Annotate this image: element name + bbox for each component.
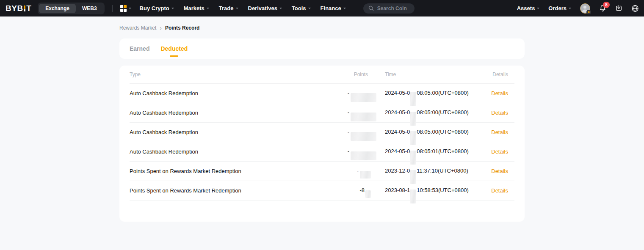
redacted-date-value	[410, 92, 416, 106]
row-points: -	[326, 128, 376, 137]
details-link[interactable]: Details	[491, 90, 508, 96]
table-row: Auto Cashback Redemption - 2024-05-008:0…	[130, 84, 514, 103]
coin-search[interactable]	[363, 3, 415, 14]
download-app-button[interactable]	[615, 5, 622, 12]
redacted-date-value	[410, 151, 416, 165]
nav-right-group: Assets Orders ◆ 8	[517, 3, 639, 14]
redacted-date-value	[410, 112, 416, 126]
row-type: Points Spent on Rewards Market Redemptio…	[130, 187, 326, 194]
chevron-down-icon	[207, 8, 209, 9]
redacted-date-value	[410, 131, 416, 145]
chevron-down-icon	[537, 8, 539, 9]
chevron-down-icon	[279, 8, 282, 9]
web3-toggle-button[interactable]: WEB3	[76, 4, 103, 13]
search-icon	[368, 5, 374, 11]
table-body: Auto Cashback Redemption - 2024-05-008:0…	[130, 84, 514, 201]
tab-earned[interactable]: Earned	[130, 45, 149, 52]
details-link[interactable]: Details	[491, 148, 508, 155]
nav-item-buy-crypto[interactable]: Buy Crypto	[140, 5, 174, 11]
table-row: Points Spent on Rewards Market Redemptio…	[130, 181, 514, 201]
row-details-cell: Details	[476, 148, 514, 155]
chevron-down-icon	[129, 8, 131, 9]
row-details-cell: Details	[476, 110, 514, 116]
top-navbar: BYBT Exchange WEB3 Buy Crypto Markets Tr…	[0, 0, 644, 16]
tab-deducted[interactable]: Deducted	[160, 45, 188, 52]
details-link[interactable]: Details	[491, 129, 508, 135]
nav-item-trade[interactable]: Trade	[219, 5, 238, 11]
nav-item-derivatives[interactable]: Derivatives	[248, 5, 282, 11]
row-time: 2024-05-008:05:01(UTC+0800)	[376, 145, 476, 159]
header-type: Type	[130, 71, 326, 77]
breadcrumb-rewards-market[interactable]: Rewards Market	[119, 25, 156, 31]
redacted-points-value	[351, 151, 376, 160]
details-link[interactable]: Details	[491, 187, 508, 194]
header-details: Details	[476, 71, 514, 77]
row-details-cell: Details	[476, 187, 514, 194]
table-row: Auto Cashback Redemption - 2024-05-008:0…	[130, 142, 514, 162]
logo-text-left: BYB	[6, 5, 23, 11]
row-time: 2023-12-011:37:10(UTC+0800)	[376, 164, 476, 178]
redacted-date-value	[410, 170, 416, 184]
nav-item-finance[interactable]: Finance	[321, 5, 346, 11]
table-row: Auto Cashback Redemption - 2024-05-008:0…	[130, 103, 514, 123]
row-details-cell: Details	[476, 90, 514, 96]
record-tabs: Earned Deducted	[119, 38, 525, 59]
points-record-table: Type Points Time Details Auto Cashback R…	[119, 66, 525, 222]
search-input[interactable]	[376, 5, 409, 12]
download-icon	[615, 5, 622, 12]
row-type: Auto Cashback Redemption	[130, 148, 326, 155]
redacted-date-value	[410, 190, 416, 203]
chevron-down-icon	[343, 8, 346, 9]
exchange-toggle-button[interactable]: Exchange	[39, 4, 76, 13]
row-points: -	[326, 108, 376, 117]
redacted-points-value	[351, 113, 376, 121]
redacted-points-value	[351, 132, 376, 141]
row-time: 2024-05-008:05:00(UTC+0800)	[376, 106, 476, 120]
redacted-points-value	[360, 171, 371, 179]
nav-item-tools[interactable]: Tools	[292, 5, 311, 11]
row-details-cell: Details	[476, 129, 514, 135]
chevron-down-icon	[236, 8, 238, 9]
row-type: Auto Cashback Redemption	[130, 110, 326, 116]
apps-grid-menu[interactable]	[120, 5, 131, 11]
grid-icon	[120, 5, 127, 11]
details-link[interactable]: Details	[491, 110, 508, 116]
logo-text-right: T	[26, 5, 31, 11]
row-points: -	[326, 168, 376, 175]
bybit-logo[interactable]: BYBT	[6, 5, 31, 11]
notification-count-badge: 8	[603, 2, 610, 8]
row-time: 2024-05-008:05:00(UTC+0800)	[376, 125, 476, 139]
logo-i-mark	[24, 5, 26, 11]
table-header: Type Points Time Details	[130, 66, 514, 84]
nav-item-markets[interactable]: Markets	[184, 5, 209, 11]
redacted-points-value	[351, 93, 376, 102]
row-type: Points Spent on Rewards Market Redemptio…	[130, 168, 326, 174]
table-row: Auto Cashback Redemption - 2024-05-008:0…	[130, 123, 514, 142]
row-type: Auto Cashback Redemption	[130, 90, 326, 96]
user-avatar[interactable]: ◆	[580, 3, 590, 14]
language-selector-button[interactable]	[631, 5, 639, 12]
exchange-web3-toggle: Exchange WEB3	[38, 3, 104, 14]
table-row: Points Spent on Rewards Market Redemptio…	[130, 162, 514, 181]
main-menu: Buy Crypto Markets Trade Derivatives Too…	[140, 5, 356, 11]
nav-divider	[112, 5, 113, 12]
chevron-down-icon	[308, 8, 311, 9]
page-title: Points Record	[165, 25, 199, 31]
row-points: -8	[326, 187, 376, 195]
row-points: -	[326, 147, 376, 156]
header-points: Points	[326, 71, 376, 77]
breadcrumb-separator-icon: ›	[160, 26, 162, 30]
page-content: Rewards Market › Points Record Earned De…	[119, 25, 525, 222]
row-time: 2023-08-110:58:53(UTC+0800)	[376, 184, 476, 198]
header-time: Time	[376, 71, 476, 77]
nav-item-orders[interactable]: Orders	[548, 5, 571, 11]
details-link[interactable]: Details	[491, 168, 508, 174]
chevron-down-icon	[569, 8, 571, 9]
row-points: -	[326, 89, 376, 98]
nav-item-assets[interactable]: Assets	[517, 5, 540, 11]
row-type: Auto Cashback Redemption	[130, 129, 326, 135]
notifications-button[interactable]: 8	[599, 5, 606, 12]
row-time: 2024-05-008:05:00(UTC+0800)	[376, 86, 476, 100]
chevron-down-icon	[171, 8, 174, 9]
globe-icon	[631, 5, 639, 12]
